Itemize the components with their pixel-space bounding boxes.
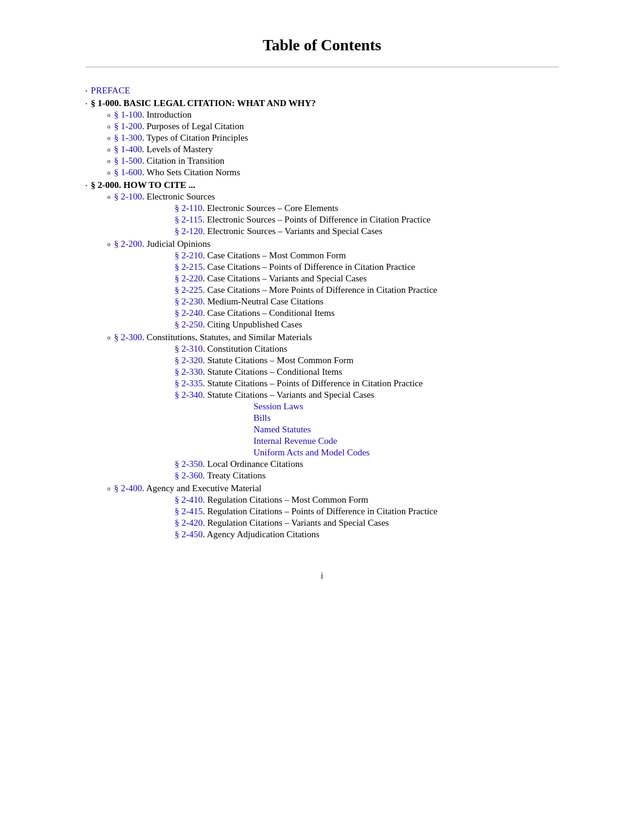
section-link-2200: § 2-200. Judicial Opinions <box>114 239 210 249</box>
bullet-icon: • <box>86 183 87 189</box>
list-item: § 2-420. Regulation Citations – Variants… <box>114 518 437 528</box>
link-2-240[interactable]: § 2-240 <box>175 308 203 318</box>
list-item: o § 1-600. Who Sets Citation Norms <box>86 167 558 178</box>
link-2-115[interactable]: § 2-115 <box>175 215 203 224</box>
link-2-310[interactable]: § 2-310 <box>175 344 203 354</box>
list-item: o § 2-100. Electronic Sources § 2-110. E… <box>86 192 558 238</box>
list-item-preface: • PREFACE <box>86 86 558 96</box>
list-item: § 2-215. Case Citations – Points of Diff… <box>114 262 437 272</box>
link-2-215[interactable]: § 2-215 <box>175 262 203 272</box>
list-item: o § 1-200. Purposes of Legal Citation <box>86 121 558 132</box>
uniform-acts-link: Uniform Acts and Model Codes <box>175 448 423 458</box>
list-item: § 2-210. Case Citations – Most Common Fo… <box>114 250 437 261</box>
list-item: § 2-115. Electronic Sources – Points of … <box>114 215 431 225</box>
link-2-320[interactable]: § 2-320 <box>175 355 203 365</box>
list-item: § 2-410. Regulation Citations – Most Com… <box>114 495 437 505</box>
list-item: § 2-240. Case Citations – Conditional It… <box>114 308 437 318</box>
section-link-100: § 1-100. Introduction <box>114 110 192 120</box>
section-1000-label: § 1-000. BASIC LEGAL CITATION: WHAT AND … <box>91 98 316 109</box>
list-item: § 2-450. Agency Adjudication Citations <box>114 529 437 540</box>
link-2-210[interactable]: § 2-210 <box>175 250 203 260</box>
link-1-400[interactable]: § 1-400 <box>114 144 142 154</box>
link-2-300[interactable]: § 2-300 <box>114 332 142 342</box>
section-2200-block: § 2-200. Judicial Opinions § 2-210. Case… <box>114 239 437 331</box>
list-item: o § 2-400. Agency and Executive Material… <box>86 483 558 541</box>
link-2-225[interactable]: § 2-225 <box>175 285 203 295</box>
link-2-420[interactable]: § 2-420 <box>175 518 203 528</box>
list-item: § 2-230. Medium-Neutral Case Citations <box>114 297 437 307</box>
list-item: § 2-360. Treaty Citations <box>114 471 423 481</box>
section-2400-block: § 2-400. Agency and Executive Material §… <box>114 483 437 541</box>
link-2-340[interactable]: § 2-340 <box>175 390 203 400</box>
bullet-icon: • <box>86 89 87 94</box>
link-uniform-acts[interactable]: Uniform Acts and Model Codes <box>253 448 370 457</box>
link-2-400[interactable]: § 2-400 <box>114 483 142 493</box>
link-bills[interactable]: Bills <box>253 413 270 423</box>
list-item: § 2-250. Citing Unpublished Cases <box>114 320 437 330</box>
list-item: § 2-120. Electronic Sources – Variants a… <box>114 226 431 236</box>
link-1-300[interactable]: § 1-300 <box>114 133 142 143</box>
page-number: i <box>86 571 558 581</box>
internal-revenue-link: Internal Revenue Code <box>175 436 423 446</box>
bullet-icon: • <box>86 101 87 107</box>
link-named-statutes[interactable]: Named Statutes <box>253 424 311 434</box>
toc-list: • PREFACE • § 1-000. BASIC LEGAL CITATIO… <box>86 86 558 541</box>
o-bullet-icon: o <box>107 112 110 118</box>
list-item: § 2-110. Electronic Sources – Core Eleme… <box>114 203 431 213</box>
link-2-100[interactable]: § 2-100 <box>114 192 142 201</box>
link-2-220[interactable]: § 2-220 <box>175 273 203 283</box>
page-container: Table of Contents • PREFACE • § 1-000. B… <box>61 0 583 617</box>
section-link-300: § 1-300. Types of Citation Principles <box>114 133 248 143</box>
o-bullet-icon: o <box>107 123 110 130</box>
list-item: o § 2-300. Constitutions, Statutes, and … <box>86 332 558 482</box>
section-link-400: § 1-400. Levels of Mastery <box>114 144 213 155</box>
link-2-250[interactable]: § 2-250 <box>175 320 203 329</box>
named-statutes-link: Named Statutes <box>175 424 423 435</box>
list-item: o § 1-500. Citation in Transition <box>86 156 558 166</box>
list-item: § 2-225. Case Citations – More Points of… <box>114 285 437 295</box>
link-2-410[interactable]: § 2-410 <box>175 495 203 505</box>
link-2-110[interactable]: § 2-110 <box>175 203 203 213</box>
link-1-200[interactable]: § 1-200 <box>114 121 142 131</box>
list-item: o § 1-400. Levels of Mastery <box>86 144 558 155</box>
list-item-1000: • § 1-000. BASIC LEGAL CITATION: WHAT AN… <box>86 98 558 178</box>
o-bullet-icon: o <box>107 158 110 164</box>
o-bullet-icon: o <box>107 334 110 341</box>
link-session-laws[interactable]: Session Laws <box>253 401 303 411</box>
link-internal-revenue[interactable]: Internal Revenue Code <box>253 436 337 446</box>
link-1-500[interactable]: § 1-500 <box>114 156 142 166</box>
link-2-120[interactable]: § 2-120 <box>175 226 203 236</box>
section-link-600: § 1-600. Who Sets Citation Norms <box>114 167 240 178</box>
list-item: § 2-335. Statute Citations – Points of D… <box>114 378 423 389</box>
section-link-2100: § 2-100. Electronic Sources <box>114 192 215 201</box>
list-item: o § 1-100. Introduction <box>86 110 558 120</box>
list-item: o § 1-300. Types of Citation Principles <box>86 133 558 143</box>
list-item-2000: • § 2-000. HOW TO CITE ... o § 2-100. El… <box>86 180 558 541</box>
link-2-330[interactable]: § 2-330 <box>175 367 203 377</box>
list-item: § 2-415. Regulation Citations – Points o… <box>114 506 437 517</box>
o-bullet-icon: o <box>107 146 110 153</box>
list-item: § 2-320. Statute Citations – Most Common… <box>114 355 423 366</box>
link-2-415[interactable]: § 2-415 <box>175 506 203 516</box>
link-2-360[interactable]: § 2-360 <box>175 471 203 480</box>
page-title: Table of Contents <box>86 36 558 55</box>
link-1-600[interactable]: § 1-600 <box>114 167 142 177</box>
section-1000-sub: o § 1-100. Introduction o § 1-200. Purpo… <box>86 110 558 178</box>
preface-link[interactable]: PREFACE <box>91 86 130 96</box>
link-2-450[interactable]: § 2-450 <box>175 529 203 539</box>
list-item: § 2-330. Statute Citations – Conditional… <box>114 367 423 377</box>
o-bullet-icon: o <box>107 241 110 247</box>
link-2-230[interactable]: § 2-230 <box>175 297 203 306</box>
section-2300-block: § 2-300. Constitutions, Statutes, and Si… <box>114 332 423 482</box>
section-link-2300: § 2-300. Constitutions, Statutes, and Si… <box>114 332 312 342</box>
link-2-350[interactable]: § 2-350 <box>175 459 203 469</box>
link-2-200[interactable]: § 2-200 <box>114 239 142 249</box>
link-2-335[interactable]: § 2-335 <box>175 378 203 388</box>
list-item: § 2-350. Local Ordinance Citations <box>114 459 423 469</box>
section-2000-sub: o § 2-100. Electronic Sources § 2-110. E… <box>86 192 558 541</box>
title-divider <box>86 67 558 67</box>
section-link-200: § 1-200. Purposes of Legal Citation <box>114 121 244 132</box>
session-laws-link: Session Laws <box>175 401 423 412</box>
link-1-100[interactable]: § 1-100 <box>114 110 142 119</box>
list-item: § 2-220. Case Citations – Variants and S… <box>114 273 437 284</box>
